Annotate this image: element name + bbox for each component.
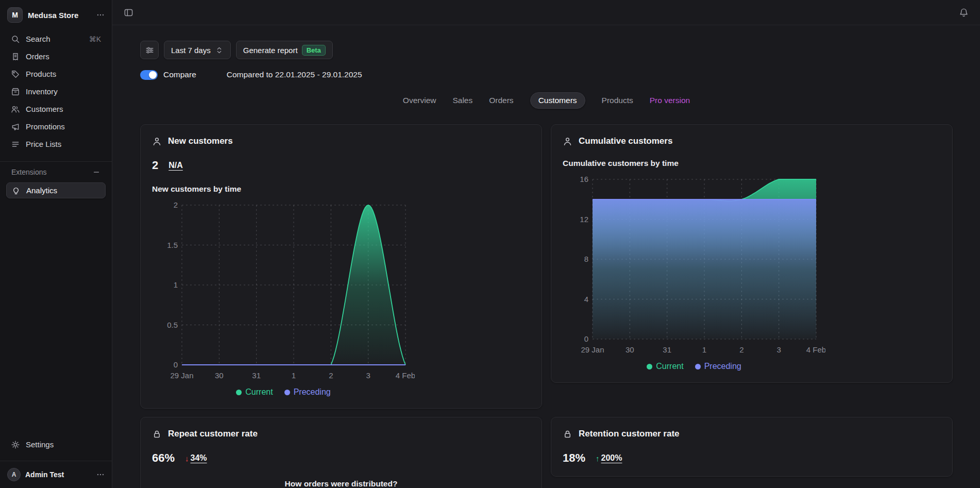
avatar-initial: A [12,471,16,478]
bell-icon [959,8,969,18]
svg-text:4 Feb: 4 Feb [806,345,825,354]
generate-report-button[interactable]: Generate report Beta [236,41,333,59]
sidebar-item-products[interactable]: Products [6,66,106,82]
svg-text:29 Jan: 29 Jan [170,371,193,380]
divider [0,161,112,162]
sidebar-item-label: Customers [26,105,63,113]
generate-report-label: Generate report [243,46,298,55]
svg-text:30: 30 [215,371,224,380]
chart-subtitle: Cumulative customers by time [563,159,941,168]
compare-note: Compared to 22.01.2025 - 29.01.2025 [227,70,362,79]
lightbulb-icon [11,186,21,195]
lock-icon [152,429,162,439]
user-menu[interactable]: A Admin Test [0,461,112,488]
building-icon [11,87,20,96]
notifications-button[interactable] [957,6,971,20]
customers-icon [152,137,162,146]
svg-text:12: 12 [580,215,588,224]
collapse-icon[interactable] [92,168,100,176]
metric-value: 18% [563,451,585,465]
sidebar-item-settings[interactable]: Settings [6,436,106,452]
tab-overview[interactable]: Overview [403,96,436,105]
sidebar-item-label: Promotions [26,122,65,131]
svg-text:3: 3 [366,371,370,380]
sidebar-item-analytics[interactable]: Analytics [6,182,106,198]
legend-current: Current [236,388,273,397]
tag-icon [11,70,20,79]
cumulative-customers-card: Cumulative customers Cumulative customer… [551,124,953,383]
current-dot [647,364,652,369]
svg-text:2: 2 [739,345,744,354]
tab-pro-version[interactable]: Pro version [650,96,690,105]
chart-wrap: 00.511.5229 Jan30311234 Feb [152,200,530,382]
svg-text:31: 31 [663,345,671,354]
sidebar-item-label: Search [26,35,50,43]
tab-sales[interactable]: Sales [452,96,472,105]
new-customers-chart: 00.511.5229 Jan30311234 Feb [152,200,415,382]
svg-text:3: 3 [776,345,781,354]
svg-text:0: 0 [584,334,588,343]
card-header: Repeat customer rate [152,429,530,439]
arrow-up-icon: ↑ [596,454,600,463]
filter-button[interactable] [140,41,159,59]
customers-icon [563,137,572,146]
date-range-value: Last 7 days [171,46,211,55]
search-icon [11,35,20,44]
metric-delta: ↓34% [185,453,207,463]
legend-preceding: Preceding [695,362,741,371]
metric-row: 66% ↓34% [152,451,530,465]
svg-text:2: 2 [174,200,178,209]
svg-text:8: 8 [584,255,588,263]
metric-value: 2 [152,159,158,172]
sidebar-item-inventory[interactable]: Inventory [6,83,106,99]
sidebar-item-label: Products [26,70,56,78]
ellipsis-icon[interactable] [96,11,105,19]
search-shortcut: ⌘K [89,35,101,43]
svg-text:16: 16 [580,175,588,183]
sidebar-item-orders[interactable]: Orders [6,48,106,64]
megaphone-icon [11,122,20,131]
sliders-icon [145,46,154,55]
tab-customers[interactable]: Customers [530,92,585,109]
sidebar-item-label: Orders [26,52,49,61]
extensions-nav: Analytics [0,179,112,201]
tab-products[interactable]: Products [602,96,633,105]
analytics-toolbar: Last 7 days Generate report Beta [140,41,953,59]
sidebar-item-price-lists[interactable]: Price Lists [6,136,106,152]
svg-text:1: 1 [292,371,296,380]
date-range-select[interactable]: Last 7 days [164,41,231,59]
card-title: New customers [168,136,233,146]
ellipsis-icon[interactable] [96,470,105,479]
sidebar-item-customers[interactable]: Customers [6,101,106,117]
panel-icon [124,8,133,18]
tab-orders[interactable]: Orders [489,96,513,105]
svg-text:0: 0 [174,360,178,369]
avatar: A [7,468,21,481]
user-name: Admin Test [25,470,92,479]
chart-legend: Current Preceding [563,362,825,371]
current-dot [236,390,242,395]
svg-text:2: 2 [329,371,333,380]
gear-icon [11,440,20,449]
lock-icon [563,429,572,439]
topbar [112,0,980,25]
chevron-up-down-icon [215,46,224,55]
chart-wrap: 048121629 Jan30311234 Feb [563,174,941,357]
card-header: Cumulative customers [563,136,941,146]
sidebar-item-promotions[interactable]: Promotions [6,119,106,134]
card-header: New customers [152,136,530,146]
store-menu[interactable]: M Medusa Store [0,0,112,28]
content: Last 7 days Generate report Beta Compare… [112,25,980,488]
compare-toggle[interactable] [140,70,158,80]
sidebar-toggle-button[interactable] [122,6,136,20]
svg-text:30: 30 [626,345,634,354]
svg-text:0.5: 0.5 [167,321,178,329]
analytics-tabs: Overview Sales Orders Customers Products… [140,92,953,109]
receipt-icon [11,52,20,61]
compare-label: Compare [163,70,196,79]
card-title: Repeat customer rate [168,429,258,439]
sidebar-item-label: Analytics [26,186,57,195]
sidebar-item-search[interactable]: Search ⌘K [6,31,106,47]
legend-preceding: Preceding [284,388,331,397]
sidebar-footer: Settings A Admin Test [0,433,112,488]
